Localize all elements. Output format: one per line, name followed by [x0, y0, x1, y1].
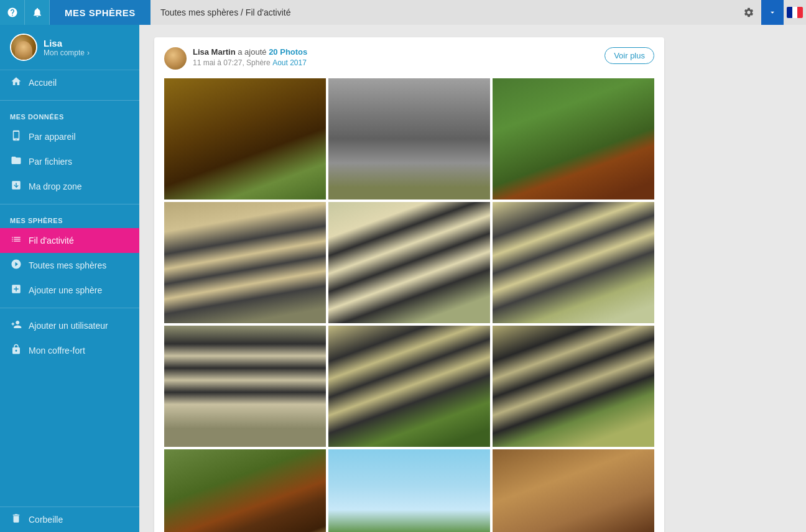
sidebar-item-accueil[interactable]: Accueil	[0, 70, 139, 95]
photo-cell[interactable]	[493, 449, 654, 532]
activity-sphere-link[interactable]: Aout 2017	[272, 58, 307, 67]
breadcrumb: Toutes mes sphères / Fil d'activité	[151, 0, 736, 25]
home-icon	[10, 76, 22, 89]
photo-sky	[328, 449, 490, 532]
user-name: Lisa	[44, 38, 90, 48]
divider3	[0, 308, 139, 308]
chevron-right-icon: ›	[87, 48, 90, 57]
settings-button[interactable]	[736, 0, 761, 25]
photo-grid	[164, 78, 654, 532]
sidebar-item-ajouter-utilisateur[interactable]: Ajouter un utilisateur	[0, 313, 139, 338]
activity-count-link[interactable]: 20 Photos	[269, 47, 307, 57]
photo-zebra5	[328, 326, 490, 447]
photo-zebra3	[493, 202, 654, 323]
notifications-button[interactable]	[25, 0, 50, 25]
sidebar-item-par-appareil[interactable]: Par appareil	[0, 124, 139, 149]
photo-cell[interactable]	[493, 202, 654, 323]
app-title: MES SPHÈRES	[50, 0, 151, 25]
add-user-icon	[10, 319, 22, 332]
activity-icon	[10, 234, 22, 247]
dropzone-icon	[10, 180, 22, 193]
photo-cell[interactable]	[328, 449, 490, 532]
sidebar-bottom: Corbeille	[0, 507, 139, 532]
lock-icon	[10, 344, 22, 357]
photo-zebra2	[328, 202, 490, 323]
dropdown-button[interactable]	[761, 0, 784, 25]
topbar: MES SPHÈRES Toutes mes sphères / Fil d'a…	[0, 0, 806, 25]
photo-cell[interactable]	[328, 202, 490, 323]
file-icon	[10, 155, 22, 168]
sidebar-item-toutes-spheres[interactable]: Toutes mes sphères	[0, 253, 139, 278]
user-account-link[interactable]: Mon compte ›	[44, 48, 90, 57]
sidebar-item-corbeille[interactable]: Corbeille	[0, 507, 139, 532]
photo-bull	[493, 78, 654, 200]
activity-actor: Lisa Martin	[193, 47, 236, 57]
photo-cell[interactable]	[164, 202, 326, 323]
photo-buffalo	[164, 78, 326, 200]
divider	[0, 100, 139, 101]
photo-cell[interactable]	[164, 326, 326, 447]
sidebar-item-ajouter-sphere[interactable]: Ajouter une sphère	[0, 278, 139, 303]
photo-zebra6	[493, 326, 654, 447]
content-area: Lisa Martin a ajouté 20 Photos 11 mai à …	[139, 25, 806, 532]
section-mes-spheres: MES SPHÈRES	[0, 209, 139, 228]
sidebar-item-par-fichiers[interactable]: Par fichiers	[0, 149, 139, 174]
photo-cell[interactable]	[328, 78, 490, 200]
user-info: Lisa Mon compte ›	[44, 38, 90, 57]
spheres-icon	[10, 259, 22, 272]
device-icon	[10, 130, 22, 144]
sidebar-item-ma-drop-zone[interactable]: Ma drop zone	[0, 174, 139, 199]
photo-cell[interactable]	[164, 449, 326, 532]
photo-cell[interactable]	[164, 78, 326, 200]
photo-antelope	[164, 449, 326, 532]
topbar-right	[736, 0, 806, 25]
activity-card: Lisa Martin a ajouté 20 Photos 11 mai à …	[154, 37, 664, 532]
voir-plus-button[interactable]: Voir plus	[604, 47, 654, 64]
activity-user-avatar	[164, 47, 187, 70]
photo-cell[interactable]	[328, 326, 490, 447]
sidebar-item-coffre-fort[interactable]: Mon coffre-fort	[0, 338, 139, 363]
trash-icon	[10, 513, 22, 526]
divider2	[0, 204, 139, 204]
photo-rhino	[328, 78, 490, 200]
sidebar: Lisa Mon compte › Accueil MES DONNÉES Pa…	[0, 0, 139, 532]
photo-zebra4	[164, 326, 326, 447]
activity-time: 11 mai à 07:27, Sphère Aout 2017	[193, 58, 307, 67]
activity-action-text: a ajouté	[238, 47, 266, 57]
sidebar-item-fil-activite[interactable]: Fil d'activité	[0, 228, 139, 253]
photo-cell[interactable]	[493, 78, 654, 200]
avatar	[10, 34, 37, 61]
photo-zebra1	[164, 202, 326, 323]
user-section: Lisa Mon compte ›	[0, 25, 139, 70]
section-mes-donnees: MES DONNÉES	[0, 106, 139, 124]
language-flag[interactable]	[784, 0, 806, 25]
activity-meta: Lisa Martin a ajouté 20 Photos 11 mai à …	[193, 47, 307, 67]
photo-cell[interactable]	[493, 326, 654, 447]
activity-left: Lisa Martin a ajouté 20 Photos 11 mai à …	[164, 47, 307, 70]
add-sphere-icon	[10, 283, 22, 297]
help-button[interactable]	[0, 0, 25, 25]
photo-animal-close	[493, 449, 654, 532]
activity-header: Lisa Martin a ajouté 20 Photos 11 mai à …	[164, 47, 654, 70]
main-content: Lisa Martin a ajouté 20 Photos 11 mai à …	[139, 0, 806, 532]
